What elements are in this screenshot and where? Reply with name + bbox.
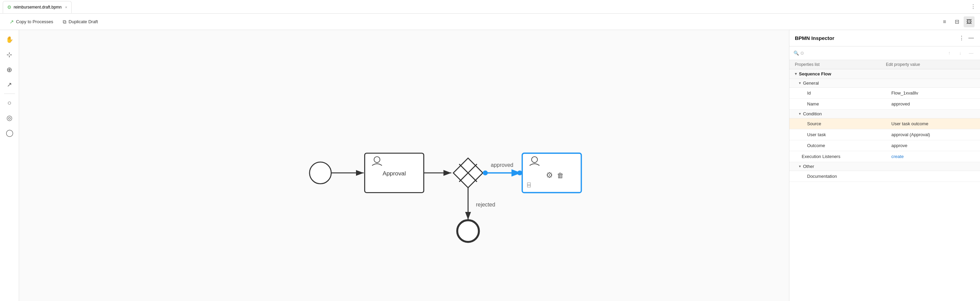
outcome-label: Outcome: [789, 143, 891, 148]
nav-minus-icon: —: [969, 51, 973, 56]
prop-row-id: Id Flow_1xva8lv: [789, 88, 980, 99]
inspector-minimize-button[interactable]: —: [968, 34, 975, 42]
sequence-flow-chevron: ▾: [795, 72, 797, 76]
prop-row-source: Source User task outcome: [789, 118, 980, 129]
general-chevron: ▾: [799, 81, 801, 85]
source-label: Source: [789, 121, 891, 126]
inspector-search[interactable]: 🔍 ⊙: [794, 51, 804, 56]
search-icon: 🔍: [794, 51, 799, 56]
props-list-header: Properties list: [795, 62, 886, 67]
tool-separator: [4, 94, 15, 94]
svg-text:Approval: Approval: [383, 170, 406, 177]
exec-listeners-value[interactable]: create: [891, 154, 980, 159]
inspector-panel: BPMN Inspector ⋮ — 🔍 ⊙ ↑ ↓ —: [789, 30, 980, 301]
other-chevron: ▾: [799, 164, 801, 169]
prop-row-documentation: Documentation: [789, 171, 980, 182]
svg-text:approved: approved: [491, 162, 513, 168]
duplicate-draft-button[interactable]: ⧉ Duplicate Draft: [59, 17, 102, 27]
hand-tool-button[interactable]: ✋: [3, 33, 16, 46]
nav-down-icon: ↓: [959, 51, 962, 56]
circle-icon: ○: [7, 99, 11, 107]
properties-table: Properties list Edit property value ▾ Se…: [789, 60, 980, 301]
tab-close-button[interactable]: ×: [65, 5, 67, 9]
general-subgroup[interactable]: ▾ General: [789, 79, 980, 88]
menu-icon: ≡: [943, 19, 946, 25]
image-view-button[interactable]: 🖼: [964, 16, 975, 27]
select-icon: ⊹: [6, 51, 12, 59]
diagram-canvas[interactable]: Approval approved: [19, 30, 789, 301]
inspector-header-icons: ⋮ —: [958, 34, 975, 42]
svg-point-0: [310, 162, 331, 184]
id-label: Id: [789, 91, 891, 96]
name-value[interactable]: approved: [891, 101, 980, 107]
double-circle-tool-button[interactable]: ◎: [3, 111, 16, 124]
nav-up-button[interactable]: ↑: [945, 48, 954, 58]
menu-view-button[interactable]: ≡: [939, 16, 950, 27]
documentation-label: Documentation: [789, 174, 891, 179]
nav-up-icon: ↑: [948, 51, 951, 56]
toolbar: ↗ Copy to Processes ⧉ Duplicate Draft ≡ …: [0, 14, 980, 30]
duplicate-icon: ⧉: [63, 19, 67, 25]
hand-icon: ✋: [6, 36, 13, 43]
tab-bar-more-button[interactable]: ⋮: [969, 2, 977, 11]
user-task-label: User task: [789, 132, 891, 137]
canvas-area: ✋ ⊹ ⊕ ↗ ○ ◎ ◯: [0, 30, 789, 301]
bpmn-tab-icon: ⚙: [7, 5, 11, 10]
nav-down-button[interactable]: ↓: [955, 48, 965, 58]
prop-row-name: Name approved: [789, 99, 980, 110]
other-subgroup[interactable]: ▾ Other: [789, 162, 980, 171]
condition-subgroup[interactable]: ▾ Condition: [789, 110, 980, 118]
inspector-more-button[interactable]: ⋮: [958, 34, 965, 42]
outcome-value[interactable]: approve: [891, 143, 980, 148]
move-tool-button[interactable]: ⊕: [3, 63, 16, 76]
inspector-header: BPMN Inspector ⋮ —: [789, 30, 980, 46]
tab-reimbursement[interactable]: ⚙ reimbursement.draft.bpmn ×: [3, 1, 72, 13]
svg-point-11: [517, 170, 522, 175]
select-tool-button[interactable]: ⊹: [3, 48, 16, 61]
copy-to-processes-button[interactable]: ↗ Copy to Processes: [5, 17, 57, 27]
svg-text:⌸: ⌸: [527, 181, 531, 188]
copy-to-processes-label: Copy to Processes: [16, 19, 53, 24]
arrow-icon: ↗: [7, 81, 12, 88]
svg-point-10: [483, 170, 488, 175]
inspector-toolbar: 🔍 ⊙ ↑ ↓ —: [789, 46, 980, 60]
circle-tool-button[interactable]: ○: [3, 96, 16, 110]
split-view-button[interactable]: ⊟: [951, 16, 962, 27]
image-icon: 🖼: [966, 19, 972, 25]
prop-row-outcome: Outcome approve: [789, 140, 980, 151]
condition-label: Condition: [803, 111, 822, 116]
prop-row-user-task: User task approval (Approval): [789, 129, 980, 140]
search-label: ⊙: [800, 51, 804, 56]
user-task-value[interactable]: approval (Approval): [891, 132, 980, 137]
id-value[interactable]: Flow_1xva8lv: [891, 91, 980, 96]
move-icon: ⊕: [6, 65, 12, 74]
exec-listeners-label: Execution Listeners: [789, 154, 891, 159]
condition-chevron: ▾: [799, 111, 801, 116]
solid-circle-icon: ◯: [6, 129, 13, 137]
double-circle-icon: ◎: [6, 114, 12, 122]
sequence-flow-group[interactable]: ▾ Sequence Flow: [789, 69, 980, 79]
sequence-flow-label: Sequence Flow: [799, 71, 831, 76]
solid-circle-tool-button[interactable]: ◯: [3, 126, 16, 140]
svg-point-20: [457, 220, 479, 242]
tab-label: reimbursement.draft.bpmn: [14, 5, 62, 10]
inspector-title: BPMN Inspector: [795, 35, 834, 41]
svg-text:rejected: rejected: [476, 202, 495, 207]
copy-icon: ↗: [10, 19, 14, 25]
edit-prop-header: Edit property value: [886, 62, 975, 67]
split-icon: ⊟: [955, 18, 959, 25]
tab-bar: ⚙ reimbursement.draft.bpmn × ⋮: [0, 0, 980, 14]
left-toolbar: ✋ ⊹ ⊕ ↗ ○ ◎ ◯: [0, 30, 19, 301]
toolbar-right: ≡ ⊟ 🖼: [939, 16, 975, 27]
name-label: Name: [789, 101, 891, 107]
general-label: General: [803, 81, 819, 86]
duplicate-draft-label: Duplicate Draft: [68, 19, 98, 24]
nav-minus-button[interactable]: —: [966, 48, 976, 58]
source-value[interactable]: User task outcome: [891, 121, 980, 126]
props-column-headers: Properties list Edit property value: [789, 60, 980, 69]
prop-row-exec-listeners: Execution Listeners create: [789, 151, 980, 162]
arrow-tool-button[interactable]: ↗: [3, 78, 16, 91]
other-label: Other: [803, 164, 814, 169]
main-content: ✋ ⊹ ⊕ ↗ ○ ◎ ◯: [0, 30, 980, 301]
svg-text:🗑: 🗑: [557, 172, 564, 179]
